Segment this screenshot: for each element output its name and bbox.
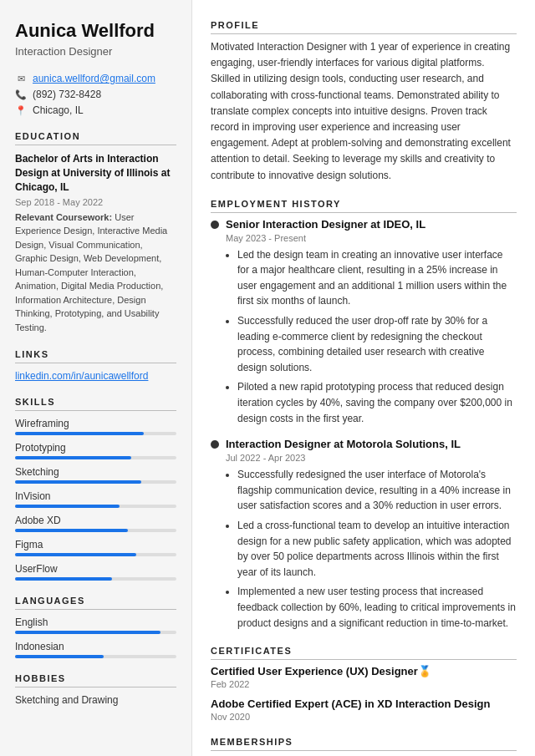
location-text: Chicago, IL	[33, 104, 84, 116]
employment-section-title: EMPLOYMENT HISTORY	[211, 199, 517, 213]
bullet-item: Piloted a new rapid prototyping process …	[237, 379, 517, 426]
skill-bar-bg	[15, 456, 176, 459]
skill-item: Sketching	[15, 466, 176, 484]
education-section-title: EDUCATION	[15, 131, 176, 145]
candidate-name: Aunica Wellford	[15, 20, 176, 42]
skill-label: InVision	[15, 490, 176, 502]
contact-location: 📍 Chicago, IL	[15, 104, 176, 116]
lang-bar-fill	[15, 631, 160, 634]
education-dates: Sep 2018 - May 2022	[15, 197, 176, 207]
cert-date: Nov 2020	[211, 712, 517, 722]
job-title: Senior Interaction Designer at IDEO, IL	[226, 218, 425, 231]
skill-bar-fill	[15, 553, 136, 556]
contact-phone: 📞 (892) 732-8428	[15, 89, 176, 100]
skills-list: Wireframing Prototyping Sketching InVisi…	[15, 418, 176, 581]
skill-bar-fill	[15, 577, 112, 581]
skill-item: Figma	[15, 539, 176, 556]
profile-section-title: PROFILE	[211, 20, 517, 34]
skill-label: Sketching	[15, 466, 176, 478]
job-bullets: Led the design team in creating an innov…	[226, 247, 517, 427]
lang-bar-bg	[15, 655, 176, 658]
skill-label: Adobe XD	[15, 515, 176, 526]
job-item: Interaction Designer at Motorola Solutio…	[211, 438, 517, 631]
language-item: English	[15, 616, 176, 634]
skill-label: UserFlow	[15, 563, 176, 575]
cert-item: Adobe Certified Expert (ACE) in XD Inter…	[211, 698, 517, 722]
job-dot	[211, 221, 219, 229]
contact-email: ✉ aunica.wellford@gmail.com	[15, 73, 176, 84]
job-title: Interaction Designer at Motorola Solutio…	[226, 438, 461, 450]
job-item: Senior Interaction Designer at IDEO, IL …	[211, 218, 517, 427]
hobbies-section-title: HOBBIES	[15, 673, 176, 688]
certs-list: Certified User Experience (UX) Designer🏅…	[211, 665, 517, 722]
lang-label: Indonesian	[15, 641, 176, 652]
skills-section-title: SKILLS	[15, 397, 176, 411]
skill-item: Prototyping	[15, 442, 176, 459]
skill-item: InVision	[15, 490, 176, 508]
education-coursework: Relevant Coursework: User Experience Des…	[15, 211, 176, 335]
links-section-title: LINKS	[15, 349, 176, 363]
bullet-item: Successfully reduced the user drop-off r…	[237, 313, 517, 375]
job-header: Interaction Designer at Motorola Solutio…	[211, 438, 517, 450]
email-link[interactable]: aunica.wellford@gmail.com	[33, 73, 155, 84]
coursework-label: Relevant Coursework:	[15, 212, 112, 222]
skill-bar-bg	[15, 577, 176, 581]
job-dates: Jul 2022 - Apr 2023	[226, 453, 517, 463]
linkedin-link[interactable]: linkedin.com/in/aunicawellford	[15, 370, 148, 382]
lang-bar-fill	[15, 655, 104, 658]
location-icon: 📍	[15, 105, 27, 116]
skill-bar-bg	[15, 553, 176, 556]
skill-bar-bg	[15, 505, 176, 508]
job-header: Senior Interaction Designer at IDEO, IL	[211, 218, 517, 231]
skill-item: Wireframing	[15, 418, 176, 435]
languages-section-title: LANGUAGES	[15, 596, 176, 610]
hobby-item: Sketching and Drawing	[15, 694, 176, 706]
skill-bar-bg	[15, 432, 176, 435]
main-content: PROFILE Motivated Interaction Designer w…	[192, 0, 535, 756]
cert-item: Certified User Experience (UX) Designer🏅…	[211, 665, 517, 689]
skill-label: Wireframing	[15, 418, 176, 429]
job-dot	[211, 440, 219, 449]
cert-date: Feb 2022	[211, 679, 517, 689]
bullet-item: Implemented a new user testing process t…	[237, 584, 517, 631]
lang-bar-bg	[15, 631, 176, 634]
jobs-list: Senior Interaction Designer at IDEO, IL …	[211, 218, 517, 631]
job-dates: May 2023 - Present	[226, 233, 517, 243]
lang-label: English	[15, 616, 176, 628]
profile-text: Motivated Interaction Designer with 1 ye…	[211, 39, 517, 184]
education-degree: Bachelor of Arts in Interaction Design a…	[15, 152, 176, 194]
skill-bar-bg	[15, 529, 176, 532]
skill-item: UserFlow	[15, 563, 176, 581]
resume-container: Aunica Wellford Interaction Designer ✉ a…	[0, 0, 535, 756]
skill-bar-fill	[15, 529, 128, 532]
skill-label: Prototyping	[15, 442, 176, 454]
coursework-text: User Experience Design, Interactive Medi…	[15, 212, 167, 332]
skill-bar-fill	[15, 432, 144, 435]
languages-list: English Indonesian	[15, 616, 176, 658]
skill-label: Figma	[15, 539, 176, 551]
bullet-item: Led a cross-functional team to develop a…	[237, 518, 517, 580]
memberships-section-title: MEMBERSHIPS	[211, 737, 517, 751]
job-bullets: Successfully redesigned the user interfa…	[226, 467, 517, 631]
hobbies-list: Sketching and Drawing	[15, 694, 176, 706]
bullet-item: Successfully redesigned the user interfa…	[237, 467, 517, 514]
skill-bar-fill	[15, 480, 141, 484]
skill-bar-fill	[15, 505, 120, 508]
phone-text: (892) 732-8428	[33, 89, 101, 100]
candidate-title: Interaction Designer	[15, 45, 176, 58]
skill-bar-bg	[15, 480, 176, 484]
cert-name: Adobe Certified Expert (ACE) in XD Inter…	[211, 698, 517, 710]
bullet-item: Led the design team in creating an innov…	[237, 247, 517, 309]
link-item: linkedin.com/in/aunicawellford	[15, 370, 176, 382]
skill-item: Adobe XD	[15, 515, 176, 532]
skill-bar-fill	[15, 456, 131, 459]
email-icon: ✉	[15, 74, 27, 84]
certificates-section-title: CERTIFICATES	[211, 646, 517, 660]
cert-name: Certified User Experience (UX) Designer🏅	[211, 665, 517, 677]
phone-icon: 📞	[15, 89, 27, 100]
language-item: Indonesian	[15, 641, 176, 658]
sidebar: Aunica Wellford Interaction Designer ✉ a…	[0, 0, 192, 756]
